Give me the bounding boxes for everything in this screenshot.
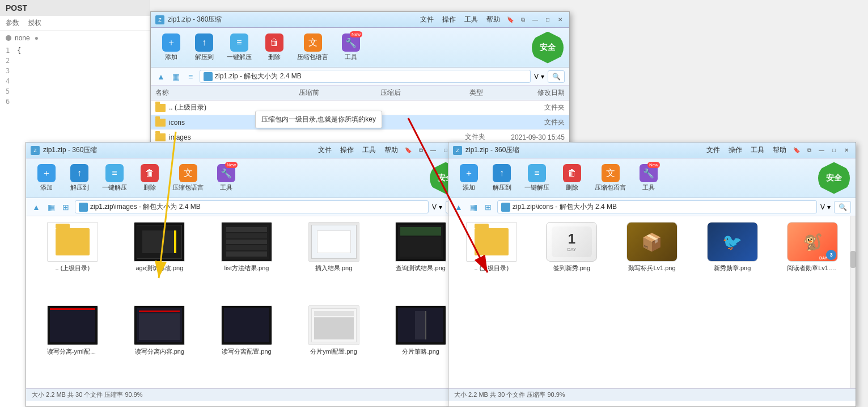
search-btn-right[interactable]: 🔍 bbox=[834, 201, 851, 213]
lang-btn-top[interactable]: 文 压缩包语言 bbox=[293, 31, 333, 64]
status-text-left: 大小 2.2 MB 共 30 个文件 压缩率 90.9% bbox=[32, 391, 143, 398]
lang-btn-right[interactable]: 文 压缩包语言 bbox=[590, 162, 630, 194]
thumb-reader[interactable]: 🐒 3 DAY 阅读者勋章Lv1.png bbox=[775, 222, 850, 383]
scrollbar-thumb-right[interactable] bbox=[850, 251, 856, 268]
lang-label: 压缩包语言 bbox=[297, 53, 328, 61]
bookmark-btn-l[interactable]: 🔖 bbox=[404, 146, 413, 155]
none-dot bbox=[6, 35, 11, 41]
address-box-right: zip1.zip\icons - 解包大小为 2.4 MB bbox=[497, 200, 817, 213]
oneclick-btn-top[interactable]: ≡ 一键解压 bbox=[222, 31, 256, 64]
bookmark-btn[interactable]: 🔖 bbox=[506, 15, 515, 24]
new-badge-top: New bbox=[350, 31, 362, 37]
add-btn-right[interactable]: ＋ 添加 bbox=[454, 162, 484, 194]
nav-up-right[interactable]: ▲ bbox=[453, 202, 464, 213]
add-btn-left[interactable]: ＋ 添加 bbox=[32, 162, 61, 194]
sort-dropdown-l[interactable]: V ▾ bbox=[432, 203, 442, 211]
lang-btn-left[interactable]: 文 压缩包语言 bbox=[168, 162, 208, 194]
oneclick-btn-right[interactable]: ≡ 一键解压 bbox=[520, 162, 554, 194]
close-btn-top[interactable]: ✕ bbox=[556, 15, 565, 24]
thumb-parent-right[interactable]: .. (上级目录) bbox=[454, 222, 529, 383]
menu-tools-r[interactable]: 工具 bbox=[751, 145, 764, 155]
thumb-newbie[interactable]: 🐦 新秀勋章.png bbox=[695, 222, 770, 383]
oneclick-btn-left[interactable]: ≡ 一键解压 bbox=[98, 162, 132, 194]
tools-btn-top[interactable]: 🔧 New 工具 bbox=[336, 31, 366, 64]
nav-list2-r[interactable]: ⊞ bbox=[482, 202, 494, 213]
thumb-label-list: list方法结果.png bbox=[225, 264, 269, 272]
menu-file-l[interactable]: 文件 bbox=[318, 145, 332, 155]
extract-btn-left[interactable]: ↑ 解压到 bbox=[65, 162, 94, 194]
thumb-list[interactable]: list方法结果.png bbox=[206, 222, 287, 300]
annotation-text: 压缩包内一级目录,也就是你所填的key bbox=[261, 115, 376, 123]
thumb-img-shard-strategy bbox=[395, 305, 446, 345]
nav-list2[interactable]: ≡ bbox=[185, 71, 196, 82]
menu-tools[interactable]: 工具 bbox=[464, 15, 478, 24]
restore-btn-l[interactable]: ⧉ bbox=[416, 146, 425, 155]
thumb-age[interactable]: age测试修改.png bbox=[119, 222, 201, 300]
sort-dropdown-r[interactable]: V ▾ bbox=[820, 203, 831, 211]
sort-dropdown[interactable]: V ▾ bbox=[534, 73, 544, 81]
nav-up-left[interactable]: ▲ bbox=[31, 202, 42, 213]
menu-help[interactable]: 帮助 bbox=[486, 15, 500, 24]
menu-ops-l[interactable]: 操作 bbox=[340, 145, 354, 155]
add-icon-r: ＋ bbox=[460, 164, 478, 182]
sort-v-r: V bbox=[820, 203, 825, 211]
menu-file-r[interactable]: 文件 bbox=[706, 145, 720, 155]
add-btn-top[interactable]: ＋ 添加 bbox=[156, 31, 186, 64]
nav-list1[interactable]: ▦ bbox=[170, 71, 181, 82]
max-btn-right[interactable]: □ bbox=[829, 146, 839, 155]
bookmark-btn-r[interactable]: 🔖 bbox=[792, 146, 801, 155]
thumb-grid-left: .. (上级目录) age测试修改.png bbox=[26, 216, 467, 388]
menu-ops[interactable]: 操作 bbox=[442, 15, 456, 24]
min-btn-right[interactable]: — bbox=[817, 146, 826, 155]
thumb-img-rw-yml bbox=[47, 305, 98, 345]
tools-btn-right[interactable]: 🔧 New 工具 bbox=[634, 162, 663, 194]
max-btn-top[interactable]: □ bbox=[543, 15, 552, 24]
thumb-rw-yml[interactable]: 读写分离-yml配置.png bbox=[32, 305, 113, 383]
thumb-rw-content[interactable]: 读写分离内容.png bbox=[119, 305, 201, 383]
delete-btn-left[interactable]: 🗑 删除 bbox=[135, 162, 164, 194]
close-btn-right[interactable]: ✕ bbox=[842, 146, 851, 155]
sort-arrow-r: ▾ bbox=[827, 203, 831, 211]
toolbar-left: ＋ 添加 ↑ 解压到 ≡ 一键解压 🗑 删除 文 压缩包语言 🔧 New 工具 … bbox=[26, 158, 467, 198]
thumb-img-insert bbox=[308, 222, 359, 262]
nav-list1-l[interactable]: ▦ bbox=[45, 202, 57, 213]
nav-up-top[interactable]: ▲ bbox=[155, 71, 167, 82]
thumb-area-right: .. (上级目录) 1 DAY 签到新秀.png 📦 勤写标兵Lv1.png bbox=[448, 216, 856, 388]
menu-tools-l[interactable]: 工具 bbox=[362, 145, 376, 155]
min-btn-top[interactable]: — bbox=[531, 15, 540, 24]
thumb-insert[interactable]: 插入结果.png bbox=[293, 222, 375, 300]
thumb-rw-config[interactable]: 读写分离配置.png bbox=[206, 305, 287, 383]
lang-icon-l: 文 bbox=[179, 164, 197, 182]
nav-list1-r[interactable]: ▦ bbox=[468, 202, 479, 213]
lang-label-l: 压缩包语言 bbox=[172, 183, 204, 192]
delete-btn-top[interactable]: 🗑 删除 bbox=[260, 31, 289, 64]
extract-btn-right[interactable]: ↑ 解压到 bbox=[487, 162, 516, 194]
thumb-shard-yml[interactable]: 分片yml配置.png bbox=[293, 305, 375, 383]
post-row-params: 参数 授权 bbox=[0, 16, 150, 31]
delete-btn-right[interactable]: 🗑 删除 bbox=[557, 162, 587, 194]
menu-ops-r[interactable]: 操作 bbox=[729, 145, 742, 155]
thumb-parent-left[interactable]: .. (上级目录) bbox=[32, 222, 113, 300]
thumb-writer[interactable]: 📦 勤写标兵Lv1.png bbox=[615, 222, 689, 383]
menu-help-l[interactable]: 帮助 bbox=[384, 145, 398, 155]
min-btn-left[interactable]: — bbox=[429, 146, 438, 155]
auth-label[interactable]: 授权 bbox=[28, 18, 41, 28]
add-label: 添加 bbox=[165, 53, 177, 61]
tools-btn-left[interactable]: 🔧 New 工具 bbox=[211, 162, 241, 194]
toolbar-right: ＋ 添加 ↑ 解压到 ≡ 一键解压 🗑 删除 文 压缩包语言 🔧 New 工具 … bbox=[448, 158, 856, 198]
restore-btn[interactable]: ⧉ bbox=[518, 15, 527, 24]
thumb-img-shard-yml bbox=[308, 305, 359, 345]
code-line-2: 2 bbox=[0, 56, 150, 66]
thumb-checkin[interactable]: 1 DAY 签到新秀.png bbox=[535, 222, 609, 383]
menu-help-r[interactable]: 帮助 bbox=[773, 145, 786, 155]
scrollbar-right[interactable] bbox=[850, 216, 856, 388]
restore-btn-r[interactable]: ⧉ bbox=[805, 146, 814, 155]
search-btn-top[interactable]: 🔍 bbox=[548, 70, 565, 83]
extract-btn-top[interactable]: ↑ 解压到 bbox=[189, 31, 219, 64]
tools-label-l: 工具 bbox=[220, 183, 232, 192]
annotation-box: 压缩包内一级目录,也就是你所填的key bbox=[255, 111, 382, 128]
win-controls-top: 🔖 ⧉ — □ ✕ bbox=[506, 15, 565, 24]
nav-list2-l[interactable]: ⊞ bbox=[60, 202, 71, 213]
menu-file[interactable]: 文件 bbox=[420, 15, 434, 24]
params-label[interactable]: 参数 bbox=[6, 18, 19, 28]
